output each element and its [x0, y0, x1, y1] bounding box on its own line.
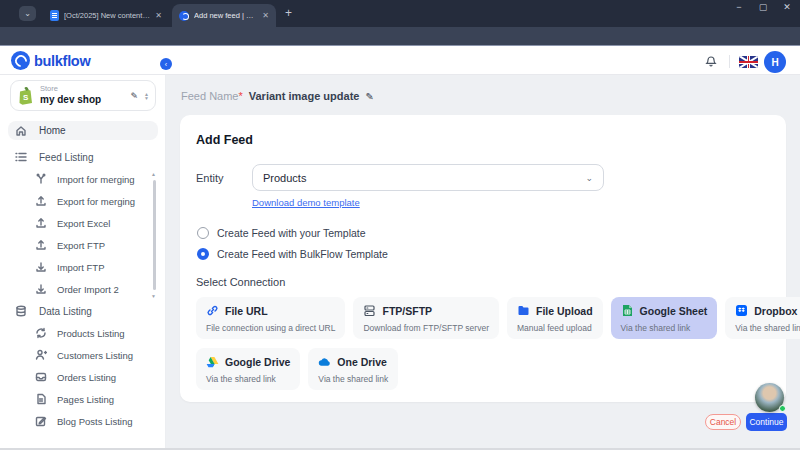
window-close-button[interactable]: ✕: [780, 2, 794, 12]
sidebar-item-blog-posts-listing[interactable]: Blog Posts Listing: [0, 410, 166, 432]
online-status-dot: [779, 405, 786, 412]
feed-name-row: Feed Name* Variant image update ✎: [181, 90, 374, 102]
entity-select[interactable]: Products ⌄: [252, 164, 604, 191]
select-connection-label: Select Connection: [196, 276, 770, 288]
connection-card-file-url[interactable]: File URL File connection using a direct …: [196, 297, 345, 339]
merge-icon: [34, 173, 47, 186]
google-docs-favicon-icon: [50, 10, 59, 21]
page-icon: [34, 393, 47, 406]
sidebar-item-pages-listing[interactable]: Pages Listing: [0, 388, 166, 410]
shopify-icon: S: [17, 86, 34, 105]
server-icon: [363, 304, 376, 317]
radio-option-bulkflow-template[interactable]: Create Feed with BulkFlow Template: [197, 248, 770, 260]
feed-name-edit-pencil-icon[interactable]: ✎: [365, 91, 373, 102]
browser-tab-active[interactable]: Add new feed | Bulkflow ✕: [172, 4, 276, 27]
continue-button[interactable]: Continue: [746, 413, 787, 431]
cancel-button[interactable]: Cancel: [705, 414, 741, 430]
connection-card-file-upload[interactable]: File Upload Manual feed upload: [507, 297, 603, 339]
tab-title: Add new feed | Bulkflow: [194, 11, 258, 20]
download-demo-template-link[interactable]: Download demo template: [252, 197, 360, 208]
tab-close-icon[interactable]: ✕: [155, 11, 162, 20]
sidebar-item-customers-listing[interactable]: Customers Listing: [0, 344, 166, 366]
feed-name-value: Variant image update: [249, 90, 360, 102]
browser-toolbar: ← → ⟳ app.bulkflow.io/feeds?type=update …: [0, 27, 800, 46]
radio-unselected-icon[interactable]: [197, 227, 209, 239]
new-tab-button[interactable]: +: [285, 7, 292, 19]
app-header: [0, 46, 800, 75]
user-plus-icon: [34, 349, 47, 362]
entity-label: Entity: [196, 172, 252, 184]
folder-icon: [517, 304, 530, 317]
sidebar-item-import-ftp[interactable]: Import FTP: [0, 256, 166, 278]
sidebar-item-feed-listing[interactable]: Feed Listing: [0, 146, 166, 168]
google-drive-icon: [206, 355, 219, 368]
header-divider: [729, 55, 730, 68]
sync-icon: [34, 327, 47, 340]
download-icon: [34, 261, 47, 274]
download-icon: [34, 283, 47, 296]
browser-tab-strip: ⌄ [Oct/2025] New content - Ha M ✕ Add ne…: [0, 0, 800, 27]
store-edit-pencil-icon[interactable]: ✎: [131, 91, 139, 101]
sidebar-collapse-button[interactable]: ‹: [160, 58, 172, 70]
connection-card-google-drive[interactable]: Google Drive Via the shared link: [196, 348, 300, 390]
google-sheet-icon: [621, 304, 634, 317]
bulkflow-logo[interactable]: bulkflow: [11, 51, 90, 70]
add-feed-card: Add Feed Entity Products ⌄ Download demo…: [180, 115, 786, 402]
dropbox-icon: [735, 304, 748, 317]
bulkflow-favicon-icon: [179, 11, 189, 21]
notifications-bell-icon[interactable]: [704, 54, 718, 72]
sidebar-item-export-for-merging[interactable]: Export for merging: [0, 190, 166, 212]
entity-row: Entity Products ⌄: [196, 164, 770, 191]
radio-selected-icon[interactable]: [197, 248, 209, 260]
svg-text:S: S: [23, 93, 29, 102]
window-minimize-button[interactable]: −: [732, 2, 746, 12]
connection-row-2: Google Drive Via the shared link One Dri…: [196, 348, 770, 390]
list-icon: [14, 151, 27, 164]
tab-title: [Oct/2025] New content - Ha M: [64, 11, 151, 20]
tab-close-icon[interactable]: ✕: [262, 11, 269, 20]
language-flag-uk[interactable]: [739, 56, 758, 68]
connection-row-1: File URL File connection using a direct …: [196, 297, 770, 339]
sidebar-item-home[interactable]: Home: [8, 121, 158, 140]
connection-card-google-sheet[interactable]: Google Sheet Via the shared link: [611, 297, 718, 339]
window-maximize-button[interactable]: ▢: [756, 2, 770, 12]
database-icon: [14, 305, 27, 318]
upload-icon: [34, 217, 47, 230]
scroll-up-caret-icon[interactable]: ▲: [151, 171, 156, 177]
sidebar-item-export-excel[interactable]: Export Excel: [0, 212, 166, 234]
store-switch-icon[interactable]: ▲▼: [144, 92, 149, 100]
store-meta: Store my dev shop: [40, 85, 125, 105]
brand-name: bulkflow: [34, 53, 90, 69]
inbox-icon: [34, 371, 47, 384]
sidebar-item-data-listing[interactable]: Data Listing: [0, 300, 166, 322]
card-title: Add Feed: [196, 133, 770, 147]
entity-selected-value: Products: [263, 172, 585, 184]
store-selector[interactable]: S Store my dev shop ✎ ▲▼: [10, 80, 156, 111]
sidebar-item-orders-listing[interactable]: Orders Listing: [0, 366, 166, 388]
sidebar-item-import-for-merging[interactable]: Import for merging: [0, 168, 166, 190]
onedrive-icon: [318, 355, 331, 368]
radio-option-your-template[interactable]: Create Feed with your Template: [197, 227, 770, 239]
store-name: my dev shop: [40, 94, 125, 106]
link-icon: [206, 304, 219, 317]
user-avatar[interactable]: H: [764, 51, 786, 73]
sidebar-item-export-ftp[interactable]: Export FTP: [0, 234, 166, 256]
connection-card-one-drive[interactable]: One Drive Via the shared link: [308, 348, 398, 390]
browser-tab-inactive[interactable]: [Oct/2025] New content - Ha M ✕: [44, 4, 168, 27]
tab-search-button[interactable]: ⌄: [19, 6, 36, 21]
upload-icon: [34, 239, 47, 252]
connection-card-ftp-sftp[interactable]: FTP/SFTP Download from FTP/SFTP server: [353, 297, 499, 339]
chevron-down-icon: ⌄: [585, 173, 593, 183]
home-icon: [14, 124, 27, 137]
store-label: Store: [40, 85, 125, 94]
sidebar-item-products-listing[interactable]: Products Listing: [0, 322, 166, 344]
edit-document-icon: [34, 415, 47, 428]
sidebar-menu: Home Feed Listing Import for merging Exp…: [0, 121, 166, 432]
feed-name-label: Feed Name*: [181, 90, 243, 102]
bulkflow-logo-icon: [11, 51, 30, 70]
window-controls: − ▢ ✕: [732, 2, 794, 12]
connection-card-dropbox[interactable]: Dropbox Via the shared link: [725, 297, 800, 339]
sidebar-scrollbar[interactable]: [153, 180, 156, 290]
scroll-down-caret-icon[interactable]: ▼: [151, 293, 156, 299]
sidebar-item-order-import-2[interactable]: Order Import 2: [0, 278, 166, 300]
